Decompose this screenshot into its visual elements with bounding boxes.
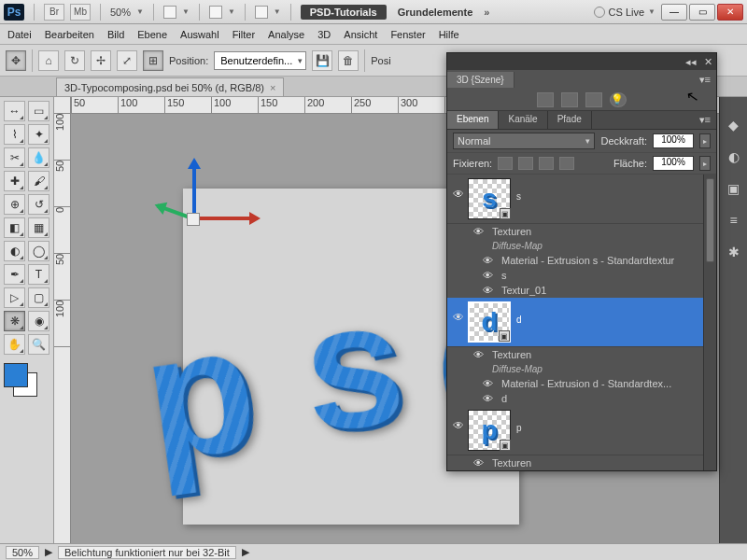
rotate-icon[interactable]: ↻ <box>64 50 85 71</box>
delete-icon[interactable]: 🗑 <box>338 50 359 71</box>
panel-titlebar[interactable]: ◂◂ ✕ <box>447 53 716 70</box>
hand-tool[interactable]: ✋ <box>4 334 25 355</box>
texture-item[interactable]: 👁s <box>447 268 716 283</box>
blur-tool[interactable]: ◐ <box>4 241 25 261</box>
pen-tool[interactable]: ✒ <box>4 264 25 285</box>
visibility-icon[interactable]: 👁 <box>453 301 468 324</box>
layer-name[interactable]: s <box>516 178 711 202</box>
fill-field[interactable]: 100% <box>653 156 694 171</box>
layer-name[interactable]: d <box>516 301 711 325</box>
save-icon[interactable]: 💾 <box>312 50 332 71</box>
document-tab[interactable]: 3D-Typocomposing.psd bei 50% (d, RGB/8) … <box>56 77 284 96</box>
light-filter-icon[interactable]: 💡 <box>610 92 627 107</box>
layer-thumbnail[interactable]: d▣ <box>468 301 511 343</box>
workspace-more-icon[interactable]: » <box>484 7 489 18</box>
wand-tool[interactable]: ✦ <box>28 124 49 145</box>
foreground-swatch[interactable] <box>4 363 28 387</box>
panel-scrollbar[interactable] <box>703 175 716 470</box>
view-extras-button[interactable] <box>163 6 176 19</box>
menu-auswahl[interactable]: Auswahl <box>180 29 219 40</box>
mesh-filter-icon[interactable] <box>561 92 578 107</box>
subtab-kanaele[interactable]: Kanäle <box>499 111 547 129</box>
cslive-button[interactable]: CS Live▼ <box>594 7 655 18</box>
close-button[interactable]: ✕ <box>717 4 743 21</box>
maximize-button[interactable]: ▭ <box>689 4 715 21</box>
position-combo[interactable]: Benutzerdefin... <box>214 51 306 70</box>
texture-item[interactable]: 👁Material - Extrusion s - Standardtextur <box>447 253 716 268</box>
texture-item[interactable]: 👁Material - Extrusion d - Standardtex... <box>447 376 716 391</box>
3d-camera-tool[interactable]: ◉ <box>28 311 49 331</box>
screenmode-button[interactable] <box>255 6 268 19</box>
visibility-icon[interactable]: 👁 <box>453 178 468 201</box>
menu-3d[interactable]: 3D <box>317 29 331 40</box>
scrollbar-thumb[interactable] <box>706 178 714 262</box>
zoom-dropdown-icon[interactable]: ▼ <box>136 7 144 16</box>
texture-item[interactable]: 👁d <box>447 391 716 406</box>
tab-3d-scene[interactable]: 3D {Szene} <box>447 72 514 88</box>
opacity-field[interactable]: 100% <box>653 133 694 148</box>
shape-tool[interactable]: ▢ <box>28 287 49 308</box>
status-zoom[interactable]: 50% <box>6 546 39 559</box>
layer-name[interactable]: p <box>516 410 711 433</box>
workspace-secondary[interactable]: Grundelemente <box>392 7 479 18</box>
menu-ansicht[interactable]: Ansicht <box>344 29 377 40</box>
eyedropper-tool[interactable]: 💧 <box>28 147 49 168</box>
panel-menu-icon[interactable]: ▾≡ <box>694 74 716 86</box>
home-icon[interactable]: ⌂ <box>38 50 59 71</box>
actions-panel-icon[interactable]: ✱ <box>725 243 743 261</box>
gizmo-x-axis[interactable] <box>192 217 258 220</box>
swatches-panel-icon[interactable]: ◆ <box>725 116 743 134</box>
minimize-button[interactable]: — <box>661 4 687 21</box>
menu-datei[interactable]: Datei <box>7 29 32 40</box>
history-brush-tool[interactable]: ↺ <box>28 194 49 215</box>
heal-tool[interactable]: ✚ <box>4 171 25 191</box>
type-tool[interactable]: T <box>28 264 49 285</box>
textures-group[interactable]: 👁Texturen <box>447 455 716 470</box>
textures-group[interactable]: 👁Texturen <box>447 224 716 239</box>
layer-thumbnail[interactable]: p▣ <box>468 410 511 451</box>
lock-all-icon[interactable] <box>559 157 574 170</box>
textures-group[interactable]: 👁Texturen <box>447 347 716 362</box>
menu-hilfe[interactable]: Hilfe <box>439 29 459 40</box>
3d-gizmo[interactable] <box>146 161 258 273</box>
brush-tool[interactable]: 🖌 <box>28 171 49 191</box>
fill-flyout-icon[interactable]: ▸ <box>699 156 711 171</box>
subtab-pfade[interactable]: Pfade <box>548 111 592 129</box>
workspace-pill[interactable]: PSD-Tutorials <box>301 5 387 20</box>
gradient-tool[interactable]: ▦ <box>28 217 49 238</box>
crop-tool[interactable]: ✂ <box>4 147 25 168</box>
zoom-level[interactable]: 50% <box>110 7 131 18</box>
menu-bearbeiten[interactable]: Bearbeiten <box>45 29 94 40</box>
marquee-tool[interactable]: ▭ <box>28 101 49 121</box>
eraser-tool[interactable]: ◧ <box>4 217 25 238</box>
dodge-tool[interactable]: ◯ <box>28 241 49 261</box>
menu-filter[interactable]: Filter <box>233 29 255 40</box>
opacity-flyout-icon[interactable]: ▸ <box>699 133 711 148</box>
scene-filter-icon[interactable] <box>537 92 554 107</box>
ruler-vertical[interactable]: 10050050100 <box>54 114 71 543</box>
lock-transparency-icon[interactable] <box>498 157 513 170</box>
arrange-documents-button[interactable] <box>209 6 222 19</box>
texture-item[interactable]: 👁Textur_01 <box>447 283 716 298</box>
document-tab-close-icon[interactable]: × <box>270 82 275 93</box>
bridge-button[interactable]: Br <box>44 4 64 21</box>
gizmo-origin-cube[interactable] <box>187 213 200 226</box>
subtab-ebenen[interactable]: Ebenen <box>447 111 499 129</box>
lasso-tool[interactable]: ⌇ <box>4 124 25 145</box>
move3d-icon[interactable]: ⊞ <box>143 50 163 71</box>
visibility-icon[interactable]: 👁 <box>453 410 468 432</box>
color-swatches[interactable] <box>4 363 41 397</box>
blend-mode-combo[interactable]: Normal <box>453 133 595 149</box>
gizmo-z-axis[interactable] <box>192 161 196 217</box>
layer-row[interactable]: 👁 p▣ p <box>447 406 716 455</box>
material-filter-icon[interactable] <box>585 92 602 107</box>
lock-pixels-icon[interactable] <box>518 157 533 170</box>
menu-bild[interactable]: Bild <box>107 29 124 40</box>
menu-ebene[interactable]: Ebene <box>137 29 167 40</box>
layer-thumbnail[interactable]: s▣ <box>468 178 511 219</box>
3d-object-tool[interactable]: ❋ <box>4 311 25 331</box>
layer-row[interactable]: 👁 s▣ s <box>447 175 716 224</box>
tool-preset-icon[interactable]: ✥ <box>6 50 26 71</box>
styles-panel-icon[interactable]: ▣ <box>725 179 743 198</box>
scale-icon[interactable]: ⤢ <box>117 50 137 71</box>
